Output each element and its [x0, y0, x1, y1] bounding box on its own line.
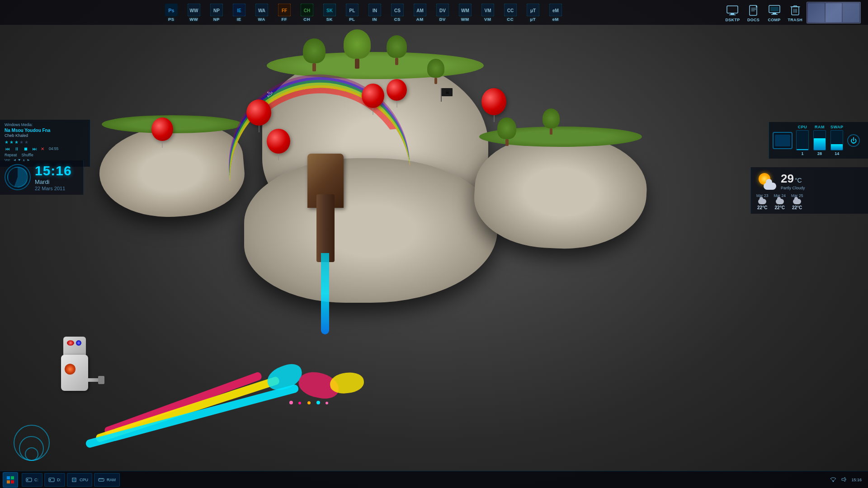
svg-rect-38: [729, 14, 736, 15]
cloud-icon: [764, 183, 776, 190]
ram-label: RAM: [815, 125, 825, 129]
ch-label: CH: [303, 17, 310, 22]
cpu-label: CPU: [798, 125, 807, 129]
sk-icon: SK: [321, 4, 338, 16]
birds: 🕊: [267, 90, 273, 98]
app-am[interactable]: AM AM: [412, 4, 428, 22]
ch-icon: CH: [299, 4, 315, 16]
forecast-temp-1: 22°C: [757, 205, 767, 210]
start-button[interactable]: [3, 472, 18, 488]
clock-date: 22 Mars 2011: [35, 186, 78, 191]
tree-3: [387, 35, 407, 65]
app-ie[interactable]: IE IE: [231, 4, 247, 22]
ff-icon: FF: [276, 4, 292, 16]
task-cpu[interactable]: CPU: [67, 473, 92, 487]
star-2: ★: [9, 140, 14, 145]
app-cc[interactable]: CC CC: [502, 4, 519, 22]
ram-fill: [814, 138, 826, 150]
app-ch[interactable]: CH CH: [299, 4, 315, 22]
star-3: ★: [14, 140, 19, 145]
svg-rect-36: [727, 6, 738, 13]
tree-2: [344, 29, 371, 69]
preview-inner: [807, 2, 860, 23]
tray-dsktp[interactable]: DSKTP: [723, 2, 742, 23]
ring-inner: [25, 447, 38, 461]
app-wm[interactable]: WM WM: [457, 4, 473, 22]
tray-comp-label: COMP: [768, 18, 780, 22]
svg-marker-61: [842, 477, 845, 482]
app-vm[interactable]: VM VM: [480, 4, 496, 22]
cs-icon: CS: [389, 4, 406, 16]
app-shortcuts: Ps PS WW WW NP NP IE IE WA: [4, 4, 723, 22]
svg-text:eM: eM: [552, 8, 559, 13]
next-button[interactable]: ⏭: [32, 145, 38, 152]
svg-point-51: [27, 479, 28, 480]
balloon-2: [151, 117, 173, 141]
app-sk[interactable]: SK SK: [321, 4, 338, 22]
ram-bar: [813, 130, 826, 150]
app-cs[interactable]: CS CS: [389, 4, 406, 22]
forecast-icon-2: [776, 199, 784, 204]
cs-label: CS: [394, 17, 401, 22]
close-button[interactable]: ✕: [41, 146, 44, 151]
app-pl[interactable]: PL PL: [344, 4, 360, 22]
balloon-5: [387, 79, 407, 101]
ff-label: FF: [281, 17, 287, 22]
power-button[interactable]: ⏻: [847, 134, 860, 147]
app-wa[interactable]: WA WA: [254, 4, 270, 22]
tray-docs[interactable]: DOCS: [744, 2, 763, 23]
shuffle-label[interactable]: Shuffle: [21, 153, 33, 157]
cpu-fill: [797, 149, 808, 150]
balloon-6: [481, 88, 506, 115]
app-np[interactable]: NP NP: [208, 4, 225, 22]
svg-text:CH: CH: [304, 8, 310, 13]
task-d-drive[interactable]: D:: [44, 473, 65, 487]
media-player-widget: Windows Media: Na Msou Youdou Fna Cheb K…: [0, 120, 90, 167]
app-dv[interactable]: DV DV: [434, 4, 451, 22]
media-title: Na Msou Youdou Fna: [5, 128, 85, 133]
app-ut[interactable]: μT μT: [525, 4, 541, 22]
svg-text:DV: DV: [439, 8, 446, 13]
tray-dsktp-label: DSKTP: [725, 18, 740, 22]
svg-text:CC: CC: [507, 8, 514, 13]
ie-label: IE: [237, 17, 241, 22]
weather-current: 29 °C Partly Cloudy: [756, 171, 863, 191]
app-ps[interactable]: Ps PS: [163, 4, 179, 22]
app-in[interactable]: IN IN: [367, 4, 383, 22]
svg-rect-44: [771, 14, 778, 15]
task-c-drive[interactable]: C:: [22, 473, 42, 487]
app-em[interactable]: eM eM: [547, 4, 564, 22]
window-preview[interactable]: [807, 2, 861, 23]
media-controls: ⏮ ⏸ ⏹ ⏭ ✕ 04:55: [5, 145, 85, 152]
balloon-4: [362, 84, 384, 108]
weather-widget: 29 °C Partly Cloudy Mar 23 22°C Mar 24 2…: [750, 167, 868, 214]
svg-text:WW: WW: [189, 8, 198, 13]
svg-rect-46: [7, 476, 10, 479]
svg-rect-42: [770, 7, 778, 11]
in-label: IN: [372, 17, 377, 22]
faucet-pipe: [316, 194, 335, 262]
task-d-label: D:: [57, 478, 61, 482]
grass-center: [267, 52, 484, 79]
background-art: ☠ 🕊: [0, 0, 868, 488]
media-repeat-shuffle: Repeat Shuffle: [5, 153, 85, 157]
repeat-label[interactable]: Repeat: [5, 153, 17, 157]
comp-icon: [767, 3, 782, 18]
play-button[interactable]: ⏸: [14, 145, 20, 152]
app-ff[interactable]: FF FF: [276, 4, 292, 22]
ie-icon: IE: [231, 4, 247, 16]
paint-flowers: [280, 380, 353, 407]
signal-rings: [9, 425, 54, 461]
svg-text:AM: AM: [416, 8, 424, 13]
svg-rect-57: [99, 479, 100, 479]
task-ram[interactable]: RAM: [94, 473, 120, 487]
tray-comp[interactable]: COMP: [765, 2, 784, 23]
prev-button[interactable]: ⏮: [5, 145, 11, 152]
app-ww[interactable]: WW WW: [186, 4, 202, 22]
am-icon: AM: [412, 4, 428, 16]
task-cpu-label: CPU: [80, 478, 88, 482]
robot-painter: [52, 337, 97, 400]
stop-button[interactable]: ⏹: [23, 145, 29, 152]
tray-trash[interactable]: TRASH: [786, 2, 805, 23]
weather-temperature: 29: [781, 172, 794, 186]
